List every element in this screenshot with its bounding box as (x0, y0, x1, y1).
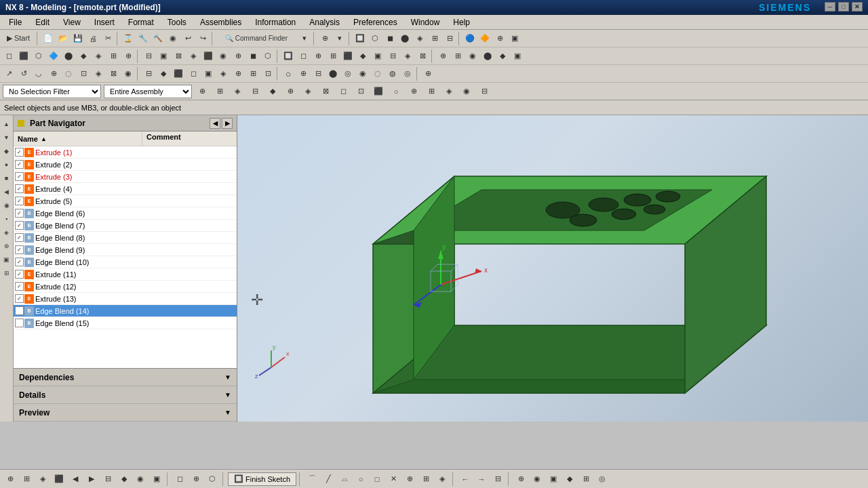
btb-21[interactable]: ⊞ (418, 472, 433, 487)
tb2-1[interactable]: ◻ (1, 49, 16, 64)
minimize-button[interactable]: ─ (825, 2, 835, 12)
new-button[interactable]: 📄 (41, 31, 56, 46)
tb2-22[interactable]: ⊞ (326, 49, 340, 64)
tree-item-1[interactable]: EExtrude (1) (14, 146, 237, 159)
menu-insert[interactable]: Insert (88, 16, 121, 29)
tb-btn-15[interactable]: 🔲 (353, 31, 368, 46)
tb3-7[interactable]: ◈ (91, 66, 106, 81)
preview-panel[interactable]: Preview ▼ (14, 404, 237, 422)
tb-btn-9[interactable]: ◉ (165, 31, 180, 46)
tree-check-5[interactable] (15, 197, 24, 205)
tb-btn-12[interactable]: ▾ (297, 31, 312, 46)
btb-18[interactable]: □ (370, 472, 384, 487)
btb-19[interactable]: ✕ (386, 472, 401, 487)
left-icon-10[interactable]: ⊕ (1, 240, 13, 252)
tb-btn-25[interactable]: ▣ (507, 31, 522, 46)
tb-btn-21[interactable]: ⊟ (442, 31, 457, 46)
tb2-18[interactable]: ⬡ (260, 49, 275, 64)
tb-btn-7[interactable]: 🔧 (136, 31, 151, 46)
tb-btn-16[interactable]: ⬡ (368, 31, 382, 46)
tb2-19[interactable]: 🔲 (281, 49, 296, 64)
sel-tb-12[interactable]: ○ (389, 84, 403, 99)
tb3-5[interactable]: ◌ (61, 66, 76, 81)
tb3-24[interactable]: ◉ (355, 66, 370, 81)
tree-item-8[interactable]: BEdge Blend (8) (14, 232, 237, 244)
tree-check-7[interactable] (15, 221, 24, 230)
btb-13[interactable]: ⬡ (205, 472, 220, 487)
tb3-28[interactable]: ⊕ (420, 66, 435, 81)
tb3-2[interactable]: ↺ (16, 66, 31, 81)
tb-btn-10[interactable]: ↩ (180, 31, 195, 46)
menu-edit[interactable]: Edit (29, 16, 56, 29)
left-icon-5[interactable]: ■ (1, 172, 13, 184)
left-icon-1[interactable]: ▲ (1, 118, 13, 130)
circle-btn[interactable]: ○ (281, 66, 296, 81)
tree-item-11[interactable]: EExtrude (11) (14, 268, 237, 281)
btb-14[interactable]: ⌒ (304, 472, 319, 487)
command-finder-btn[interactable]: 🔍 Command Finder (216, 31, 297, 46)
btb-4[interactable]: ⬛ (52, 472, 66, 487)
left-icon-9[interactable]: ◈ (1, 226, 13, 239)
tree-check-11[interactable] (15, 270, 24, 279)
tree-item-13[interactable]: EExtrude (13) (14, 293, 237, 305)
btb-22[interactable]: ◈ (435, 472, 450, 487)
tree-item-4[interactable]: EExtrude (4) (14, 183, 237, 195)
tree-check-10[interactable] (15, 258, 24, 266)
tb3-16[interactable]: ⊕ (231, 66, 245, 81)
tree-check-8[interactable] (15, 233, 24, 242)
tb3-1[interactable]: ↗ (1, 66, 16, 81)
btb-28[interactable]: ▣ (546, 472, 561, 487)
tb2-31[interactable]: ◉ (465, 49, 480, 64)
tb2-14[interactable]: ⬛ (201, 49, 216, 64)
tb-btn-8[interactable]: 🔨 (151, 31, 165, 46)
tb3-20[interactable]: ⊕ (296, 66, 311, 81)
tree-item-12[interactable]: EExtrude (12) (14, 281, 237, 293)
menu-view[interactable]: View (57, 16, 87, 29)
tree-item-5[interactable]: EExtrude (5) (14, 195, 237, 207)
tb2-23[interactable]: ⬛ (340, 49, 355, 64)
tb2-34[interactable]: ▣ (510, 49, 525, 64)
tb2-28[interactable]: ⊠ (415, 49, 430, 64)
menu-tools[interactable]: Tools (161, 16, 193, 29)
tb2-20[interactable]: ◻ (296, 49, 311, 64)
tb2-33[interactable]: ◆ (495, 49, 510, 64)
menu-assemblies[interactable]: Assemblies (194, 16, 248, 29)
btb-15[interactable]: ╱ (321, 472, 336, 487)
tb-btn-18[interactable]: ⬤ (397, 31, 412, 46)
tb-btn-13[interactable]: ⊕ (317, 31, 332, 46)
nav-forward-btn[interactable]: ▶ (222, 118, 233, 129)
tree-item-3[interactable]: EExtrude (3) (14, 171, 237, 183)
assembly-dropdown[interactable]: Entire Assembly (104, 85, 192, 98)
btb-12[interactable]: ⊕ (189, 472, 203, 487)
btb-20[interactable]: ⊕ (402, 472, 417, 487)
selection-filter-dropdown[interactable]: No Selection Filter (3, 85, 101, 98)
btb-26[interactable]: ⊕ (513, 472, 528, 487)
tb2-3[interactable]: ⬡ (31, 49, 46, 64)
tb3-9[interactable]: ◉ (121, 66, 136, 81)
tb3-11[interactable]: ◆ (156, 66, 171, 81)
menu-help[interactable]: Help (447, 16, 476, 29)
left-icon-2[interactable]: ▼ (1, 131, 13, 144)
btb-1[interactable]: ⊕ (3, 472, 18, 487)
nav-back-btn[interactable]: ◀ (210, 118, 220, 129)
tb2-9[interactable]: ⊕ (121, 49, 136, 64)
left-icon-4[interactable]: ● (1, 159, 13, 171)
tree-check-9[interactable] (15, 245, 24, 254)
tb-btn-22[interactable]: 🔵 (462, 31, 477, 46)
sel-tb-3[interactable]: ◈ (230, 84, 245, 99)
details-panel[interactable]: Details ▼ (14, 386, 237, 404)
tree-item-15[interactable]: BEdge Blend (15) (14, 317, 237, 329)
tb-btn-19[interactable]: ◈ (412, 31, 427, 46)
btb-24[interactable]: → (474, 472, 489, 487)
sel-tb-1[interactable]: ⊕ (195, 84, 210, 99)
restore-button[interactable]: □ (838, 2, 849, 12)
btb-10[interactable]: ▣ (149, 472, 164, 487)
tb3-18[interactable]: ⊡ (260, 66, 275, 81)
tree-check-1[interactable] (15, 148, 24, 157)
tb3-17[interactable]: ⊞ (245, 66, 260, 81)
tb2-4[interactable]: 🔷 (46, 49, 61, 64)
sel-tb-15[interactable]: ◈ (441, 84, 456, 99)
tb2-21[interactable]: ⊕ (311, 49, 326, 64)
sel-tb-10[interactable]: ⊡ (353, 84, 368, 99)
btb-25[interactable]: ⊟ (490, 472, 505, 487)
